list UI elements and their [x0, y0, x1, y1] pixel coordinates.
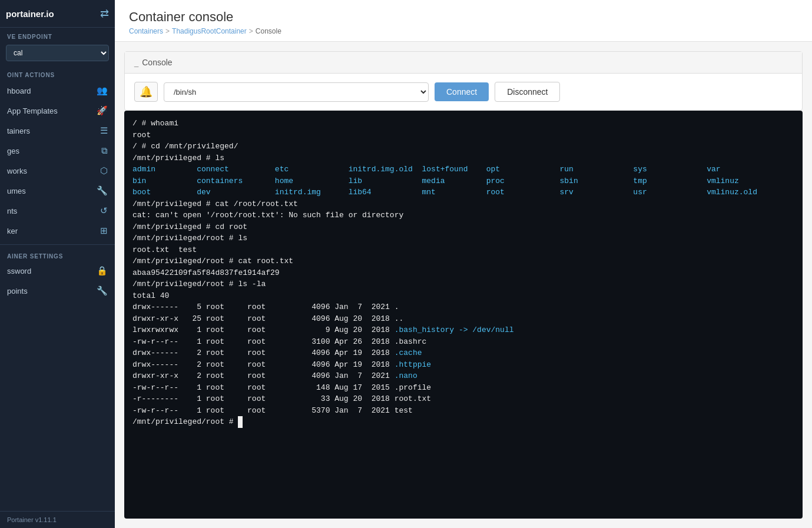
- dashboard-icon: 👥: [97, 85, 108, 96]
- endpoint-select-wrap: cal local remote: [0, 42, 115, 66]
- term-line: /mnt/privileged # cd root: [132, 221, 794, 233]
- term-line: drwx------ 2 root root 4096 Apr 19 2018 …: [132, 359, 794, 371]
- sidebar-item-label: nts: [7, 207, 17, 215]
- app-logo: portainer.io: [6, 9, 54, 19]
- sidebar-item-volumes[interactable]: umes 🔧: [0, 181, 115, 201]
- sidebar-item-images[interactable]: ges ⧉: [0, 141, 115, 161]
- term-line: root: [132, 129, 794, 141]
- disconnect-button[interactable]: Disconnect: [495, 82, 560, 102]
- term-line: boot dev initrd.img lib64 mnt root srv u…: [132, 187, 794, 198]
- console-controls: 🔔 /bin/sh /bin/bash /bin/zsh Connect Dis…: [125, 74, 802, 110]
- breadcrumb-sep2: >: [249, 27, 253, 35]
- endpoint-select[interactable]: cal local remote: [6, 45, 109, 61]
- console-panel-header: _ Console: [125, 52, 802, 74]
- shell-bell-icon: 🔔: [134, 82, 158, 102]
- containers-icon: ☰: [100, 125, 108, 136]
- connect-button[interactable]: Connect: [435, 82, 489, 101]
- page-header: Container console Containers > ThadigusR…: [115, 0, 812, 42]
- term-line: cat: can't open '/root/root.txt': No suc…: [132, 210, 794, 221]
- term-line: -rw-r--r-- 1 root root 5370 Jan 7 2021 t…: [132, 405, 794, 417]
- shell-select-wrap: /bin/sh /bin/bash /bin/zsh: [164, 82, 429, 102]
- term-line: lrwxrwxrwx 1 root root 9 Aug 20 2018 .ba…: [132, 324, 794, 336]
- sidebar-logo-area: portainer.io ⇄: [0, 0, 115, 28]
- term-line: / # cd /mnt/privileged/: [132, 141, 794, 152]
- password-icon: 🔒: [97, 265, 108, 276]
- term-line: /mnt/privileged/root # ls: [132, 233, 794, 244]
- container-settings-label: AINER SETTINGS: [0, 248, 115, 261]
- term-line: /mnt/privileged/root # cat root.txt: [132, 255, 794, 267]
- term-line: admin connect etc initrd.img.old lost+fo…: [132, 164, 794, 175]
- sidebar-item-label: ker: [7, 227, 18, 235]
- swarm-icon: ⊞: [100, 225, 108, 236]
- sidebar-item-label: works: [7, 167, 27, 175]
- sidebar-item-endpoints[interactable]: points 🔧: [0, 281, 115, 301]
- term-line: /mnt/privileged # ls: [132, 152, 794, 164]
- term-line: drwxr-xr-x 2 root root 4096 Jan 7 2021 .…: [132, 370, 794, 382]
- console-header-label: Console: [142, 58, 172, 67]
- term-line: abaa95422109fa5f84d837fe1914af29: [132, 267, 794, 279]
- sidebar-divider: [0, 244, 115, 245]
- sidebar-item-events[interactable]: nts ↺: [0, 201, 115, 221]
- term-line: -rw-r--r-- 1 root root 3100 Apr 26 2018 …: [132, 336, 794, 348]
- breadcrumb-sep1: >: [165, 27, 170, 35]
- breadcrumb-container[interactable]: ThadigusRootContainer: [172, 27, 247, 35]
- endpoints-icon: 🔧: [97, 285, 108, 296]
- sidebar: portainer.io ⇄ VE ENDPOINT cal local rem…: [0, 0, 115, 528]
- transfer-icon[interactable]: ⇄: [100, 7, 109, 20]
- term-line: total 40: [132, 290, 794, 302]
- term-line: drwx------ 2 root root 4096 Apr 19 2018 …: [132, 347, 794, 359]
- breadcrumb-containers[interactable]: Containers: [129, 27, 163, 35]
- events-icon: ↺: [100, 205, 108, 216]
- console-header-icon: _: [134, 58, 138, 67]
- sidebar-item-label: hboard: [7, 87, 31, 95]
- term-line: root.txt test: [132, 244, 794, 256]
- shell-select[interactable]: /bin/sh /bin/bash /bin/zsh: [164, 82, 429, 102]
- term-line: bin containers home lib media proc sbin …: [132, 175, 794, 187]
- term-line: /mnt/privileged/root # ls -la: [132, 278, 794, 290]
- term-line: -r-------- 1 root root 33 Aug 20 2018 ro…: [132, 393, 794, 405]
- breadcrumb-current: Console: [256, 27, 281, 35]
- console-panel: _ Console 🔔 /bin/sh /bin/bash /bin/zsh C…: [124, 51, 803, 111]
- terminal[interactable]: / # whoami root / # cd /mnt/privileged/ …: [124, 111, 803, 519]
- sidebar-item-label: ssword: [7, 267, 31, 275]
- breadcrumb: Containers > ThadigusRootContainer > Con…: [129, 27, 798, 41]
- sidebar-item-templates[interactable]: App Templates 🚀: [0, 101, 115, 121]
- networks-icon: ⬡: [100, 165, 108, 176]
- sidebar-item-label: points: [7, 287, 28, 295]
- term-line: drwx------ 5 root root 4096 Jan 7 2021 .: [132, 301, 794, 313]
- sidebar-item-password[interactable]: ssword 🔒: [0, 261, 115, 281]
- sidebar-item-containers[interactable]: tainers ☰: [0, 121, 115, 141]
- term-line: -rw-r--r-- 1 root root 148 Aug 17 2015 .…: [132, 382, 794, 394]
- term-line: drwxr-xr-x 25 root root 4096 Aug 20 2018…: [132, 313, 794, 325]
- sidebar-item-label: App Templates: [7, 107, 58, 115]
- volumes-icon: 🔧: [97, 185, 108, 196]
- page-title: Container console: [129, 9, 798, 25]
- main-content: Container console Containers > ThadigusR…: [115, 0, 812, 528]
- term-line: /mnt/privileged # cat /root/root.txt: [132, 198, 794, 210]
- term-line: / # whoami: [132, 118, 794, 129]
- term-line: /mnt/privileged/root #: [132, 416, 794, 428]
- actions-section-label: OINT ACTIONS: [0, 66, 115, 81]
- sidebar-item-label: tainers: [7, 127, 30, 135]
- sidebar-item-dashboard[interactable]: hboard 👥: [0, 81, 115, 101]
- sidebar-item-swarm[interactable]: ker ⊞: [0, 221, 115, 241]
- sidebar-item-label: umes: [7, 187, 26, 195]
- endpoint-section-label: VE ENDPOINT: [0, 28, 115, 42]
- sidebar-version: Portainer v1.11.1: [0, 511, 115, 528]
- sidebar-item-label: ges: [7, 147, 19, 155]
- sidebar-item-networks[interactable]: works ⬡: [0, 161, 115, 181]
- images-icon: ⧉: [101, 145, 108, 156]
- templates-icon: 🚀: [97, 105, 108, 116]
